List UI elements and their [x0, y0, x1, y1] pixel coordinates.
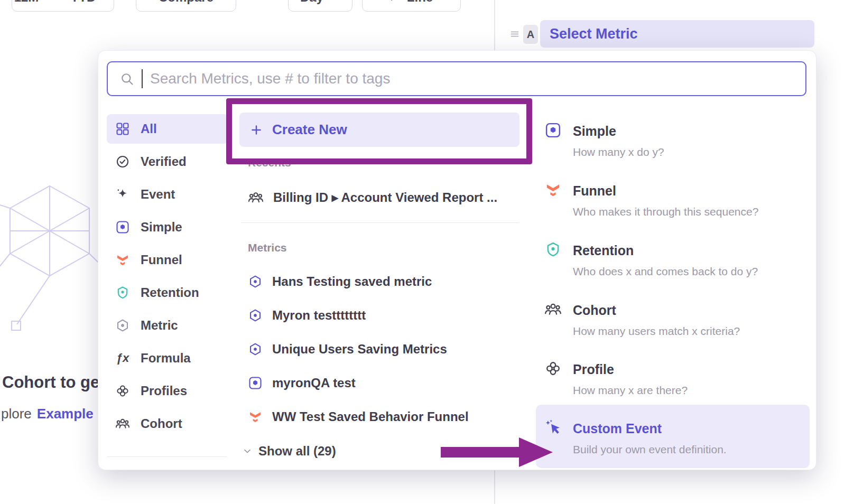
- saved-metric-item[interactable]: WW Test Saved Behavior Funnel: [239, 402, 519, 432]
- series-a-label: A: [527, 29, 534, 41]
- sidebar-item-partial[interactable]: [107, 465, 228, 470]
- day-granularity-button[interactable]: Day: [288, 0, 352, 12]
- select-metric-label: Select Metric: [550, 26, 638, 42]
- cohort-people-icon: [248, 190, 264, 206]
- sidebar-item-funnel[interactable]: Funnel: [107, 245, 228, 275]
- line-label: Line: [407, 0, 433, 5]
- funnel-icon: [544, 181, 562, 199]
- select-metric-button[interactable]: Select Metric: [540, 20, 814, 48]
- create-new-label: Create New: [272, 122, 347, 138]
- metric-type-description: How many x are there?: [573, 384, 688, 397]
- range-ytd-label: YTD: [70, 0, 96, 5]
- sidebar-item-label: Verified: [141, 154, 187, 169]
- profiles-flower-icon: [544, 360, 562, 377]
- line-chart-type-button[interactable]: Line: [362, 0, 461, 12]
- saved-metric-item[interactable]: myronQA test: [239, 368, 519, 398]
- metric-type-title: Profile: [573, 362, 614, 377]
- metric-type-custom-event[interactable]: Custom Event Build your own event defini…: [537, 421, 810, 470]
- metric-hexagon-icon: [248, 342, 263, 357]
- bg-explore-text: ploreExample: [1, 406, 94, 422]
- sidebar-item-verified[interactable]: Verified: [107, 147, 228, 176]
- metric-picker-modal: Search Metrics, use # to filter to tags …: [98, 50, 816, 470]
- chevron-down-icon: [242, 445, 253, 457]
- metric-type-description: Who does x and comes back to do y?: [573, 265, 758, 278]
- retention-icon: [115, 285, 130, 300]
- sidebar-item-label: Simple: [141, 220, 182, 235]
- recents-heading: Recents: [248, 156, 291, 169]
- chevron-down-icon: [329, 0, 340, 3]
- sidebar-item-all[interactable]: All: [107, 114, 228, 144]
- metric-type-retention[interactable]: Retention Who does x and comes back to d…: [537, 243, 810, 294]
- bg-cohort-heading: Cohort to ge: [2, 373, 99, 392]
- metrics-heading: Metrics: [248, 241, 287, 254]
- metric-type-title: Cohort: [573, 303, 616, 318]
- compare-label: Compare: [159, 0, 214, 5]
- sidebar-item-metric[interactable]: Metric: [107, 311, 228, 340]
- profiles-flower-icon: [115, 384, 130, 398]
- sidebar-item-simple[interactable]: Simple: [107, 212, 228, 242]
- chevron-down-icon: [100, 0, 112, 3]
- metric-type-title: Funnel: [573, 183, 616, 199]
- saved-metric-label: WW Test Saved Behavior Funnel: [272, 409, 469, 424]
- sidebar-item-label: Profiles: [141, 384, 187, 398]
- bg-explore-prefix: plore: [1, 406, 32, 422]
- sidebar-item-event[interactable]: Event: [107, 180, 228, 209]
- saved-metric-item[interactable]: Unique Users Saving Metrics: [239, 334, 519, 364]
- metric-type-funnel[interactable]: Funnel Who makes it through this sequenc…: [537, 183, 810, 234]
- metric-hexagon-icon: [248, 274, 263, 289]
- metric-type-title: Custom Event: [573, 421, 662, 436]
- cohort-people-icon: [115, 416, 130, 431]
- saved-metric-label: Hans Testing saved metric: [272, 274, 432, 289]
- range-12m-button[interactable]: 12M: [4, 0, 50, 11]
- sidebar-item-label: Metric: [141, 318, 178, 333]
- metric-type-description: How many users match x criteria?: [573, 325, 740, 338]
- funnel-icon: [248, 409, 263, 424]
- metric-type-title: Retention: [573, 243, 634, 258]
- simple-metric-icon: [544, 122, 562, 139]
- sidebar-item-label: Cohort: [141, 416, 182, 431]
- range-12m-label: 12M: [14, 0, 39, 5]
- simple-metric-icon: [248, 376, 263, 390]
- grid-icon: [115, 122, 130, 136]
- simple-metric-icon: [115, 220, 130, 235]
- metric-type-description: Build your own event definition.: [573, 443, 727, 456]
- section-divider: [241, 222, 519, 223]
- sidebar-item-formula[interactable]: ƒx Formula: [107, 343, 228, 373]
- cohort-people-icon: [544, 301, 562, 318]
- saved-metric-label: myronQA test: [272, 376, 356, 390]
- plus-icon: [249, 123, 264, 137]
- metric-type-cohort[interactable]: Cohort How many users match x criteria?: [537, 303, 810, 353]
- formula-fx-icon: ƒx: [115, 351, 130, 366]
- create-new-button[interactable]: Create New: [239, 113, 519, 147]
- event-sparkle-icon: [115, 187, 130, 202]
- series-a-badge: A: [523, 25, 538, 44]
- metric-hexagon-icon: [115, 318, 130, 333]
- metric-type-simple[interactable]: Simple How many x do y?: [537, 124, 810, 174]
- example-link[interactable]: Example: [37, 406, 94, 422]
- search-input[interactable]: Search Metrics, use # to filter to tags: [107, 61, 806, 96]
- retention-icon: [544, 241, 562, 258]
- sidebar-item-profiles[interactable]: Profiles: [107, 376, 228, 406]
- recent-item-label: Billing ID ▸ Account Viewed Report ...: [273, 190, 497, 205]
- sidebar-item-label: All: [141, 122, 157, 136]
- sidebar-item-label: Formula: [141, 351, 191, 366]
- sidebar-divider: [107, 456, 227, 457]
- day-label: Day: [300, 0, 323, 5]
- sidebar-item-retention[interactable]: Retention: [107, 278, 228, 307]
- range-ytd-button[interactable]: YTD: [60, 0, 122, 11]
- saved-metric-item[interactable]: Myron testttttttt: [239, 301, 519, 330]
- drag-handle-icon[interactable]: [509, 28, 521, 40]
- line-chart-icon: [390, 0, 402, 3]
- compare-button[interactable]: Compare: [136, 0, 236, 12]
- text-caret: [142, 69, 143, 88]
- show-all-toggle[interactable]: Show all (29): [242, 440, 336, 463]
- saved-metric-item[interactable]: Hans Testing saved metric: [239, 267, 519, 296]
- sidebar-item-cohort[interactable]: Cohort: [107, 409, 228, 438]
- funnel-icon: [115, 253, 130, 267]
- verified-badge-icon: [115, 154, 130, 169]
- show-all-label: Show all (29): [258, 444, 336, 459]
- sidebar-item-label: Funnel: [141, 253, 182, 267]
- recent-item[interactable]: Billing ID ▸ Account Viewed Report ...: [239, 183, 519, 212]
- metric-type-description: Who makes it through this sequence?: [573, 206, 758, 218]
- metric-hexagon-icon: [248, 308, 263, 323]
